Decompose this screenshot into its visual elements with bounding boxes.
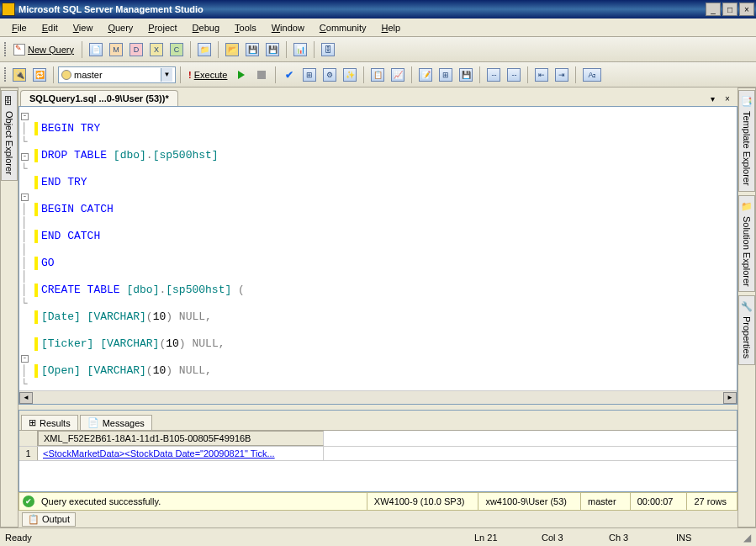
registered-servers-icon[interactable]: 🗄 xyxy=(319,40,337,59)
grid-icon: ⊞ xyxy=(29,417,36,428)
menu-file[interactable]: File xyxy=(5,21,34,34)
include-stats-icon[interactable]: 📈 xyxy=(389,66,407,84)
menu-community[interactable]: Community xyxy=(313,21,373,34)
query-options-icon[interactable]: ⚙ xyxy=(320,66,339,84)
menu-tools[interactable]: Tools xyxy=(228,21,263,34)
properties-icon: 🔧 xyxy=(741,301,753,313)
output-tab-label: Output xyxy=(42,514,70,524)
grid-corner xyxy=(19,431,38,446)
specify-values-icon[interactable]: A₂ xyxy=(580,66,604,84)
indent-less-icon[interactable]: ⇤ xyxy=(532,66,551,84)
template-explorer-tab[interactable]: 📑 Template Explorer xyxy=(738,90,755,192)
stop-icon[interactable] xyxy=(252,66,271,84)
results-tab-strip: ⊞ Results 📄 Messages xyxy=(19,411,737,431)
chevron-down-icon: ▼ xyxy=(161,68,172,82)
indent-more-icon[interactable]: ⇥ xyxy=(552,66,571,84)
active-files-dropdown-icon[interactable]: ▾ xyxy=(706,93,719,104)
maximize-button[interactable]: □ xyxy=(722,3,737,16)
fold-gutter[interactable]: - │ └ - └ - │ │ │ │ │ │ │ └ xyxy=(21,109,33,389)
document-tab[interactable]: SQLQuery1.sql ...0-9\User (53))* xyxy=(20,90,178,106)
menu-help[interactable]: Help xyxy=(375,21,408,34)
menu-view[interactable]: View xyxy=(66,21,100,34)
right-dock: 📑 Template Explorer 📁 Solution Explorer … xyxy=(737,87,756,527)
toolbar-sql-editor: 🔌 🔁 master ▼ Execute ✔ ⊞ ⚙ ✨ 📋 📈 📝 ⊞ 💾 -… xyxy=(0,62,756,87)
minimize-button[interactable]: _ xyxy=(706,3,721,16)
solution-icon: 📁 xyxy=(741,201,753,213)
toolbar-grip[interactable] xyxy=(3,41,8,57)
execute-button[interactable]: Execute xyxy=(185,66,230,84)
toolbar-grip-2[interactable] xyxy=(3,66,8,82)
scroll-left-icon[interactable]: ◄ xyxy=(19,392,33,404)
xml-result-link[interactable]: <StockMarketData><StockData Date="200908… xyxy=(43,448,275,459)
new-dmx-icon[interactable]: D xyxy=(127,40,145,59)
messages-tab-label: Messages xyxy=(103,418,145,428)
estimated-plan-icon[interactable]: ⊞ xyxy=(300,66,319,84)
include-plan-icon[interactable]: 📋 xyxy=(368,66,387,84)
grid-column-header[interactable]: XML_F52E2B61-18A1-11d1-B105-00805F49916B xyxy=(38,431,324,446)
solution-explorer-tab[interactable]: 📁 Solution Explorer xyxy=(738,195,755,293)
status-db: master xyxy=(580,493,623,510)
menubar: File Edit View Query Project Debug Tools… xyxy=(0,19,756,37)
connect-icon[interactable]: 🔌 xyxy=(10,66,29,84)
left-dock: 🗄 Object Explorer xyxy=(0,87,19,527)
messages-icon: 📄 xyxy=(87,417,99,428)
results-grid-icon[interactable]: ⊞ xyxy=(436,66,455,84)
results-text-icon[interactable]: 📝 xyxy=(416,66,435,84)
new-xmla-icon[interactable]: X xyxy=(147,40,166,59)
window-titlebar: Microsoft SQL Server Management Studio _… xyxy=(0,0,756,19)
status-time: 00:00:07 xyxy=(630,493,680,510)
menu-edit[interactable]: Edit xyxy=(35,21,65,34)
output-tab[interactable]: 📋 Output xyxy=(22,512,76,527)
menu-query[interactable]: Query xyxy=(101,21,140,34)
menu-project[interactable]: Project xyxy=(141,21,183,34)
open-icon[interactable]: 📂 xyxy=(223,40,241,59)
results-file-icon[interactable]: 💾 xyxy=(457,66,475,84)
database-selector[interactable]: master ▼ xyxy=(58,66,176,83)
resize-grip-icon[interactable]: ◢ xyxy=(743,532,751,543)
new-query-icon xyxy=(13,44,25,56)
uncomment-icon[interactable]: -- xyxy=(505,66,523,84)
editor-panel: - │ └ - └ - │ │ │ │ │ │ │ └ xyxy=(19,106,737,405)
new-mdx-icon[interactable]: M xyxy=(107,40,125,59)
close-button[interactable]: × xyxy=(739,3,754,16)
messages-tab[interactable]: 📄 Messages xyxy=(80,415,152,430)
status-line: Ln 21 xyxy=(474,533,542,543)
editor-horizontal-scrollbar[interactable]: ◄ ► xyxy=(19,390,737,404)
new-ce-icon[interactable]: C xyxy=(167,40,186,59)
parse-check-icon[interactable]: ✔ xyxy=(280,66,299,84)
new-query-button[interactable]: New Query xyxy=(10,40,77,59)
output-panel-tab-strip: 📋 Output xyxy=(19,511,737,527)
status-user: xw4100-9\User (53) xyxy=(478,493,574,510)
save-icon[interactable]: 💾 xyxy=(243,40,262,59)
new-engine-query-icon[interactable]: 📄 xyxy=(87,40,105,59)
status-rows: 27 rows xyxy=(686,493,733,510)
status-message: Query executed successfully. xyxy=(41,496,161,506)
success-icon: ✔ xyxy=(23,496,34,507)
menu-window[interactable]: Window xyxy=(265,21,311,34)
document-tab-strip: SQLQuery1.sql ...0-9\User (53))* ▾ × xyxy=(19,87,737,106)
close-document-icon[interactable]: × xyxy=(721,93,734,104)
object-explorer-tab[interactable]: 🗄 Object Explorer xyxy=(1,90,18,181)
properties-tab[interactable]: 🔧 Properties xyxy=(738,295,755,364)
scroll-right-icon[interactable]: ► xyxy=(723,392,737,404)
grid-row[interactable]: 1 <StockMarketData><StockData Date="2009… xyxy=(19,447,737,461)
menu-debug[interactable]: Debug xyxy=(186,21,226,34)
sql-editor[interactable]: - │ └ - └ - │ │ │ │ │ │ │ └ xyxy=(19,107,737,390)
activity-monitor-icon[interactable]: 📊 xyxy=(291,40,309,59)
results-grid[interactable]: XML_F52E2B61-18A1-11d1-B105-00805F49916B… xyxy=(19,431,737,491)
main-area: 🗄 Object Explorer SQLQuery1.sql ...0-9\U… xyxy=(0,87,756,527)
center-area: SQLQuery1.sql ...0-9\User (53))* ▾ × - │… xyxy=(19,87,737,527)
grid-row-number: 1 xyxy=(19,447,38,460)
new-project-icon[interactable]: 📁 xyxy=(195,40,214,59)
results-tab[interactable]: ⊞ Results xyxy=(21,415,78,430)
debug-play-icon[interactable] xyxy=(232,66,251,84)
comment-icon[interactable]: -- xyxy=(484,66,503,84)
database-icon xyxy=(61,70,71,80)
app-icon xyxy=(2,3,15,16)
intellisense-icon[interactable]: ✨ xyxy=(341,66,359,84)
query-status-bar: ✔ Query executed successfully. XW4100-9 … xyxy=(19,492,737,511)
results-pane: ⊞ Results 📄 Messages XML_F52E2B61-18A1-1… xyxy=(19,410,737,492)
code-area[interactable]: BEGIN TRY DROP TABLE [dbo].[sp500hst] EN… xyxy=(33,109,737,389)
save-all-icon[interactable]: 💾 xyxy=(263,40,282,59)
change-connection-icon[interactable]: 🔁 xyxy=(30,66,49,84)
